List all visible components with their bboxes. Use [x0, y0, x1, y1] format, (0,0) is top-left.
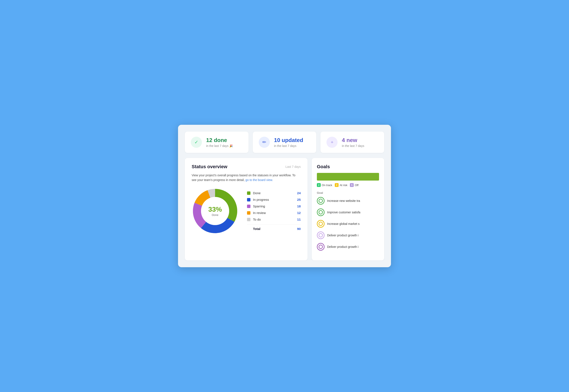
legend-name-inprogress: In progress: [253, 198, 297, 201]
chart-legend-row: 33% Done Done 24 In progress 25: [192, 188, 301, 234]
goals-panel: Goals 2 On track 2 At risk 5 Off Goal: [312, 158, 384, 260]
legend-val-done: 24: [297, 191, 301, 195]
legend-val-sparring: 18: [297, 204, 301, 208]
status-panel-period: Last 7 days: [285, 165, 301, 168]
stat-card-new: + 4 new in the last 7 days: [320, 132, 384, 153]
goal-icon-2: [317, 209, 325, 216]
status-panel-title: Status overview: [192, 164, 227, 169]
goal-item-4[interactable]: Deliver product growth i: [317, 231, 379, 239]
legend-dot-inprogress: [247, 198, 250, 201]
legend-item-inreview: In review 12: [247, 211, 301, 215]
new-text: 4 new in the last 7 days: [342, 137, 364, 147]
goal-icon-1: [317, 197, 325, 205]
badge-dot-off: 5: [350, 183, 354, 187]
new-number: 4 new: [342, 137, 364, 143]
donut-pct: 33%: [208, 206, 222, 213]
goal-name-5: Deliver product growth i: [327, 245, 358, 249]
done-icon: ✓: [191, 137, 202, 148]
new-icon: +: [326, 137, 337, 148]
status-panel: Status overview Last 7 days View your pr…: [185, 158, 307, 260]
status-panel-desc: View your project's overall progress bas…: [192, 173, 301, 182]
badge-label-atrisk: At risk: [340, 183, 347, 187]
goal-icon-4: [317, 231, 325, 239]
legend-total-val: 90: [297, 227, 301, 231]
badge-dot-atrisk: 2: [335, 183, 339, 187]
legend-val-inreview: 12: [297, 211, 301, 215]
legend: Done 24 In progress 25 Sparring 18: [247, 191, 301, 231]
updated-number: 10 updated: [274, 137, 303, 143]
legend-item-todo: To do 11: [247, 218, 301, 221]
desc-text: View your project's overall progress bas…: [192, 174, 295, 182]
new-sub: in the last 7 days: [342, 144, 364, 148]
goal-item-1[interactable]: Increase new website tra: [317, 197, 379, 205]
goal-item-3[interactable]: Increase global market s: [317, 220, 379, 228]
legend-name-sparring: Sparring: [253, 204, 297, 208]
legend-dot-sparring: [247, 205, 250, 208]
main-row: Status overview Last 7 days View your pr…: [185, 158, 384, 260]
status-badge-ontrack: 2 On track: [317, 183, 332, 187]
status-badge-off: 5 Off: [350, 183, 358, 187]
goals-title: Goals: [317, 164, 379, 169]
done-number: 12 done: [206, 137, 233, 143]
legend-dot-inreview: [247, 211, 250, 215]
goal-name-1: Increase new website tra: [327, 199, 360, 202]
legend-item-inprogress: In progress 25: [247, 198, 301, 201]
stat-card-done: ✓ 12 done in the last 7 days 🎉: [185, 132, 249, 153]
legend-dot-todo: [247, 218, 250, 221]
goal-name-2: Improve customer satisfa: [327, 210, 360, 214]
updated-sub: in the last 7 days: [274, 144, 303, 148]
goals-status-row: 2 On track 2 At risk 5 Off: [317, 183, 379, 187]
updated-text: 10 updated in the last 7 days: [274, 137, 303, 147]
goals-progress-bar: [317, 173, 379, 181]
legend-name-done: Done: [253, 191, 297, 195]
goal-icon-3: [317, 220, 325, 228]
legend-total: Total 90: [247, 224, 301, 231]
legend-item-sparring: Sparring 18: [247, 204, 301, 208]
donut-label: Done: [208, 213, 222, 217]
badge-label-off: Off: [355, 183, 358, 187]
goals-col-header: Goal: [317, 191, 379, 194]
updated-icon: ✏: [259, 137, 270, 148]
stat-card-updated: ✏ 10 updated in the last 7 days: [253, 132, 317, 153]
donut-chart: 33% Done: [192, 188, 238, 234]
done-sub: in the last 7 days 🎉: [206, 144, 233, 148]
badge-label-ontrack: On track: [322, 183, 332, 187]
goal-item-2[interactable]: Improve customer satisfa: [317, 209, 379, 216]
legend-dot-done: [247, 191, 250, 195]
app-window: ✓ 12 done in the last 7 days 🎉 ✏ 10 upda…: [178, 125, 391, 267]
goal-item-5[interactable]: Deliver product growth i: [317, 243, 379, 251]
board-view-link[interactable]: go to the board view.: [245, 178, 273, 182]
goal-name-4: Deliver product growth i: [327, 234, 358, 237]
legend-item-done: Done 24: [247, 191, 301, 195]
goal-icon-5: [317, 243, 325, 251]
legend-dot-total: [247, 227, 250, 231]
goal-name-3: Increase global market s: [327, 222, 360, 225]
done-text: 12 done in the last 7 days 🎉: [206, 137, 233, 147]
legend-name-inreview: In review: [253, 211, 297, 215]
legend-val-inprogress: 25: [297, 198, 301, 201]
legend-total-label: Total: [253, 227, 297, 231]
status-badge-atrisk: 2 At risk: [335, 183, 347, 187]
donut-center: 33% Done: [208, 206, 222, 217]
legend-name-todo: To do: [253, 218, 297, 221]
status-panel-header: Status overview Last 7 days: [192, 164, 301, 169]
badge-dot-ontrack: 2: [317, 183, 321, 187]
stat-cards-row: ✓ 12 done in the last 7 days 🎉 ✏ 10 upda…: [185, 132, 384, 153]
legend-val-todo: 11: [297, 218, 301, 221]
